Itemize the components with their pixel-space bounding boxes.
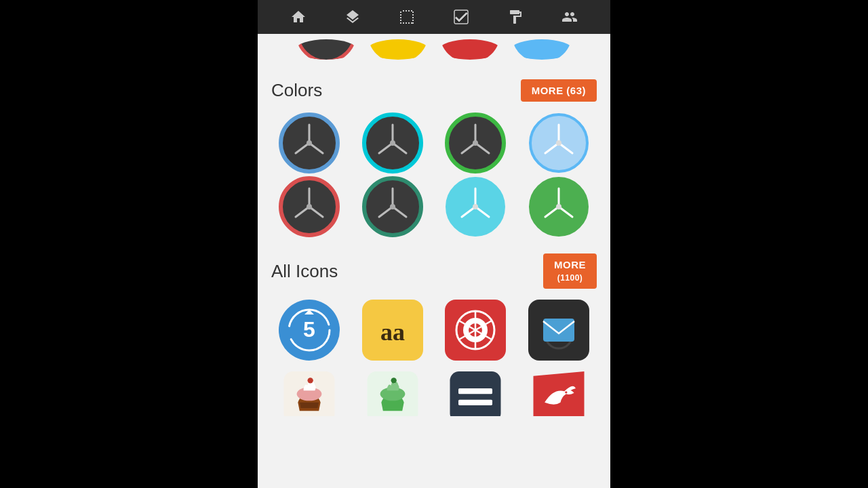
svg-point-10: [390, 140, 395, 146]
svg-rect-64: [458, 388, 492, 394]
colors-clock-grid-2: [258, 176, 610, 245]
nav-people-icon[interactable]: [556, 3, 583, 30]
bottom-bird[interactable]: [521, 371, 597, 416]
all-icons-title: All Icons: [271, 261, 338, 282]
svg-rect-65: [458, 400, 492, 405]
svg-rect-56: [543, 319, 574, 342]
top-nav: [258, 0, 610, 34]
clock-item-6[interactable]: [355, 176, 431, 237]
svg-point-30: [390, 204, 395, 209]
nav-layers-icon[interactable]: [339, 3, 366, 30]
svg-point-25: [307, 204, 312, 209]
phone-container: Colors MORE (63): [258, 0, 610, 488]
svg-point-66: [565, 391, 567, 393]
bottom-android[interactable]: [355, 371, 431, 416]
svg-text:5: 5: [303, 317, 315, 342]
clock-item-5[interactable]: [271, 176, 348, 237]
clock-item-8[interactable]: [521, 176, 597, 237]
svg-text:aa: aa: [380, 319, 405, 346]
clock-item-2[interactable]: [355, 113, 431, 174]
app-item-aa[interactable]: aa: [355, 300, 431, 361]
app-icons-grid: 5 aa: [258, 294, 610, 369]
colors-more-button[interactable]: MORE (63): [521, 79, 597, 102]
svg-point-15: [473, 140, 478, 146]
bottom-menu[interactable]: [437, 371, 514, 416]
svg-point-20: [556, 140, 561, 146]
nav-paint-icon[interactable]: [502, 3, 529, 30]
app-item-camera[interactable]: [437, 300, 514, 361]
clock-item-1[interactable]: [271, 113, 348, 174]
bottom-cupcake[interactable]: [271, 371, 348, 416]
svg-point-62: [391, 378, 396, 383]
colors-section-header: Colors MORE (63): [258, 71, 610, 107]
clock-item-3[interactable]: [437, 113, 514, 174]
svg-point-40: [556, 204, 561, 209]
svg-point-5: [307, 140, 312, 146]
clock-item-7[interactable]: [437, 176, 514, 237]
app-item-5x[interactable]: 5: [271, 300, 348, 361]
bottom-partial-row: [258, 369, 610, 416]
all-icons-section-header: All Icons MORE(1100): [258, 245, 610, 294]
nav-selection-icon[interactable]: [393, 3, 420, 30]
all-icons-more-button[interactable]: MORE(1100): [543, 253, 597, 289]
app-item-mail[interactable]: [521, 300, 597, 361]
svg-point-59: [308, 378, 313, 383]
partial-top-row: [258, 34, 610, 71]
colors-title: Colors: [271, 80, 322, 101]
clock-item-4[interactable]: [521, 113, 597, 174]
nav-home-icon[interactable]: [285, 3, 312, 30]
colors-clock-grid: [258, 107, 610, 176]
nav-check-icon[interactable]: [448, 3, 475, 30]
svg-point-35: [473, 204, 478, 209]
